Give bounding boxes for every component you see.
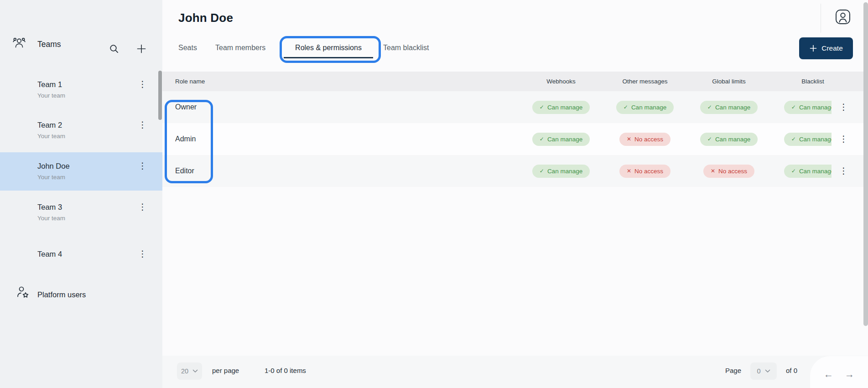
column-header-blacklist: Blacklist — [771, 78, 855, 85]
permission-badge: ✓Can manage — [700, 101, 758, 114]
user-avatar-icon — [835, 9, 851, 25]
page-label: Page — [725, 367, 741, 374]
table-row-owner[interactable]: Owner ✓Can manage ✓Can manage ✓Can manag… — [162, 91, 863, 123]
permission-badge: ✓Can manage — [784, 133, 832, 146]
plus-icon — [809, 44, 817, 52]
items-summary: 1-0 of 0 items — [265, 367, 306, 374]
main-scrollbar[interactable] — [863, 2, 868, 326]
table-header-row: Role name Webhooks Other messages Global… — [162, 72, 863, 91]
team-name: John Doe — [37, 160, 70, 172]
permission-badge: ✕No access — [703, 165, 754, 178]
tab-roles-permissions[interactable]: Roles & permissions — [284, 37, 373, 58]
check-icon: ✓ — [707, 104, 712, 110]
previous-page-arrow-icon[interactable]: ← — [824, 369, 833, 380]
team-subtitle: Your team — [37, 172, 65, 183]
create-button[interactable]: Create — [799, 37, 853, 59]
check-icon: ✓ — [540, 104, 544, 110]
corner-panel — [810, 356, 868, 388]
check-icon: ✓ — [540, 136, 544, 142]
teams-group-icon — [12, 36, 26, 50]
tab-seats[interactable]: Seats — [178, 37, 197, 58]
role-name-cell: Admin — [162, 135, 519, 143]
badge-label: Can manage — [631, 104, 666, 111]
team-menu-kebab-icon[interactable]: ⋮ — [138, 160, 147, 172]
team-menu-kebab-icon[interactable]: ⋮ — [138, 248, 147, 260]
sidebar-item-platform-users[interactable]: Platform users — [0, 282, 162, 307]
chevron-down-icon — [192, 369, 198, 373]
tab-team-members[interactable]: Team members — [215, 37, 265, 58]
sidebar-item-team-1[interactable]: Team 1 Your team ⋮ — [0, 78, 162, 107]
permission-badge: ✕No access — [619, 133, 670, 146]
badge-label: Can manage — [799, 136, 832, 143]
person-star-icon — [16, 285, 30, 300]
x-icon: ✕ — [627, 136, 631, 142]
badge-label: No access — [634, 136, 663, 143]
badge-label: Can manage — [547, 136, 582, 143]
account-button[interactable] — [835, 9, 851, 25]
row-actions-kebab-icon[interactable]: ⋮ — [839, 133, 848, 145]
chevron-down-icon — [765, 369, 770, 373]
permission-badge: ✓Can manage — [532, 165, 590, 178]
row-actions-kebab-icon[interactable]: ⋮ — [839, 101, 848, 113]
sidebar-item-team-2[interactable]: Team 2 Your team ⋮ — [0, 119, 162, 147]
team-menu-kebab-icon[interactable]: ⋮ — [138, 78, 147, 90]
permission-badge: ✓Can manage — [700, 133, 758, 146]
badge-label: Can manage — [715, 136, 750, 143]
team-subtitle: Your team — [37, 131, 65, 142]
total-pages-label: of 0 — [786, 367, 797, 374]
team-menu-kebab-icon[interactable]: ⋮ — [138, 119, 147, 131]
team-name: Team 3 — [37, 201, 62, 213]
role-name-cell: Owner — [162, 103, 519, 111]
permission-badge: ✓Can manage — [784, 101, 832, 114]
check-icon: ✓ — [791, 168, 796, 174]
team-name: Team 1 — [37, 78, 62, 90]
permission-badge: ✓Can manage — [532, 101, 590, 114]
table-row-admin[interactable]: Admin ✓Can manage ✕No access ✓Can manage… — [162, 123, 863, 155]
badge-label: Can manage — [799, 104, 832, 111]
badge-label: Can manage — [547, 168, 582, 175]
next-page-arrow-icon[interactable]: → — [845, 369, 854, 380]
sidebar-item-team-3[interactable]: Team 3 Your team ⋮ — [0, 201, 162, 229]
column-header-role-name: Role name — [162, 78, 519, 85]
sidebar-item-john-doe-selected[interactable]: John Doe Your team ⋮ — [0, 152, 162, 191]
check-icon: ✓ — [707, 136, 712, 142]
create-button-label: Create — [821, 44, 843, 52]
plus-icon — [136, 43, 147, 54]
table-row-editor[interactable]: Editor ✓Can manage ✕No access ✕No access… — [162, 155, 863, 187]
row-actions-kebab-icon[interactable]: ⋮ — [839, 165, 848, 177]
teams-admin-screen: Teams Team 1 Your team ⋮ Team 2 Your tea… — [0, 0, 868, 388]
permission-badge: ✓Can manage — [784, 165, 832, 178]
team-subtitle: Your team — [37, 90, 65, 101]
page-size-select[interactable]: 20 — [177, 362, 202, 380]
tab-team-blacklist[interactable]: Team blacklist — [383, 37, 429, 58]
badge-label: No access — [634, 168, 663, 175]
badge-label: Can manage — [547, 104, 582, 111]
permission-badge: ✕No access — [619, 165, 670, 178]
column-header-other-messages: Other messages — [603, 78, 687, 85]
column-header-global-limits: Global limits — [687, 78, 771, 85]
team-name: Team 2 — [37, 119, 62, 131]
per-page-label: per page — [212, 367, 239, 374]
sidebar-title: Teams — [37, 38, 61, 50]
team-name: Team 4 — [37, 248, 62, 260]
sidebar: Teams Team 1 Your team ⋮ Team 2 Your tea… — [0, 0, 162, 388]
platform-users-label: Platform users — [37, 289, 86, 300]
add-team-button[interactable] — [135, 43, 147, 55]
page-number-select[interactable]: 0 — [750, 362, 777, 380]
permission-badge: ✓Can manage — [532, 133, 590, 146]
permission-badge: ✓Can manage — [616, 101, 674, 114]
search-icon — [109, 43, 120, 54]
team-menu-kebab-icon[interactable]: ⋮ — [138, 201, 147, 213]
search-teams-button[interactable] — [108, 43, 120, 55]
x-icon: ✕ — [627, 168, 631, 174]
badge-label: Can manage — [799, 168, 832, 175]
check-icon: ✓ — [791, 104, 796, 110]
badge-label: No access — [718, 168, 747, 175]
check-icon: ✓ — [791, 136, 796, 142]
sidebar-item-team-4[interactable]: Team 4 ⋮ — [0, 248, 162, 263]
column-header-webhooks: Webhooks — [519, 78, 603, 85]
header-divider — [821, 4, 821, 33]
badge-label: Can manage — [715, 104, 750, 111]
check-icon: ✓ — [540, 168, 544, 174]
sidebar-scrollbar[interactable] — [158, 71, 162, 120]
